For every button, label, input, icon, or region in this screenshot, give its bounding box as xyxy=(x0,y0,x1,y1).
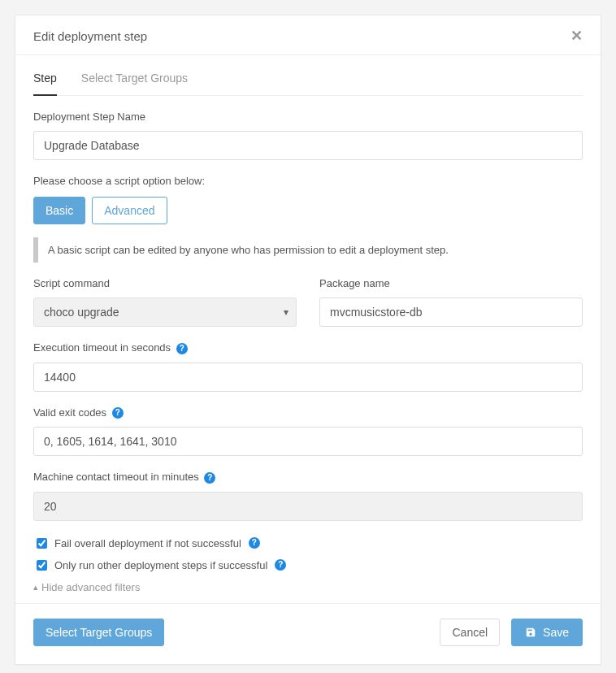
script-option-group: Basic Advanced xyxy=(33,197,583,224)
valid-exit-codes-label: Valid exit codes ? xyxy=(33,406,583,419)
tab-bar: Step Select Target Groups xyxy=(33,72,583,96)
machine-timeout-group: Machine contact timeout in minutes ? xyxy=(33,471,583,521)
cancel-button[interactable]: Cancel xyxy=(440,619,500,646)
script-option-help: Please choose a script option below: xyxy=(33,175,583,187)
exec-timeout-group: Execution timeout in seconds ? xyxy=(33,341,583,392)
exec-timeout-label-text: Execution timeout in seconds xyxy=(33,341,171,354)
help-icon[interactable]: ? xyxy=(204,472,215,484)
modal-header: Edit deployment step ✕ xyxy=(15,15,601,54)
exec-timeout-input[interactable] xyxy=(33,363,583,392)
help-icon[interactable]: ? xyxy=(275,559,286,571)
modal-footer: Select Target Groups Cancel Save xyxy=(15,603,601,664)
package-name-group: Package name xyxy=(319,277,583,327)
tab-select-target-groups[interactable]: Select Target Groups xyxy=(81,72,188,95)
step-name-group: Deployment Step Name xyxy=(33,111,583,160)
footer-right: Cancel Save xyxy=(440,619,583,646)
package-name-label: Package name xyxy=(319,277,583,289)
step-name-input[interactable] xyxy=(33,131,583,160)
valid-exit-codes-label-text: Valid exit codes xyxy=(33,406,106,419)
save-icon xyxy=(525,627,536,638)
script-command-select[interactable]: choco upgrade xyxy=(33,297,297,327)
help-icon[interactable]: ? xyxy=(112,407,124,419)
modal-title: Edit deployment step xyxy=(33,29,147,43)
advanced-button[interactable]: Advanced xyxy=(92,197,167,224)
machine-timeout-label-text: Machine contact timeout in minutes xyxy=(33,471,199,483)
hide-advanced-filters-label: Hide advanced filters xyxy=(41,581,140,593)
help-icon[interactable]: ? xyxy=(249,537,260,549)
edit-deployment-step-modal: Edit deployment step ✕ Step Select Targe… xyxy=(15,15,601,665)
fail-overall-row: Fail overall deployment if not successfu… xyxy=(33,536,583,551)
close-icon[interactable]: ✕ xyxy=(570,28,583,43)
valid-exit-codes-group: Valid exit codes ? xyxy=(33,406,583,457)
only-run-label: Only run other deployment steps if succe… xyxy=(54,559,267,571)
valid-exit-codes-input[interactable] xyxy=(33,427,583,456)
package-name-input[interactable] xyxy=(319,297,583,327)
modal-body: Step Select Target Groups Deployment Ste… xyxy=(15,55,601,603)
machine-timeout-input[interactable] xyxy=(33,492,583,521)
only-run-row: Only run other deployment steps if succe… xyxy=(33,558,583,573)
command-package-row: Script command choco upgrade ▾ Package n… xyxy=(33,277,583,327)
fail-overall-label: Fail overall deployment if not successfu… xyxy=(54,537,241,549)
select-target-groups-button[interactable]: Select Target Groups xyxy=(33,619,164,646)
script-command-label: Script command xyxy=(33,277,297,289)
step-name-label: Deployment Step Name xyxy=(33,111,583,123)
script-command-group: Script command choco upgrade ▾ xyxy=(33,277,297,327)
only-run-checkbox[interactable] xyxy=(37,560,47,571)
save-button-label: Save xyxy=(543,626,569,639)
hide-advanced-filters-toggle[interactable]: ▴ Hide advanced filters xyxy=(33,581,140,593)
help-icon[interactable]: ? xyxy=(176,343,188,354)
exec-timeout-label: Execution timeout in seconds ? xyxy=(33,341,583,354)
tab-step[interactable]: Step xyxy=(33,72,57,96)
save-button[interactable]: Save xyxy=(511,619,583,646)
fail-overall-checkbox[interactable] xyxy=(37,538,47,549)
basic-notice: A basic script can be edited by anyone w… xyxy=(33,237,583,263)
machine-timeout-label: Machine contact timeout in minutes ? xyxy=(33,471,583,484)
chevron-up-icon: ▴ xyxy=(33,582,38,593)
basic-button[interactable]: Basic xyxy=(33,197,85,224)
